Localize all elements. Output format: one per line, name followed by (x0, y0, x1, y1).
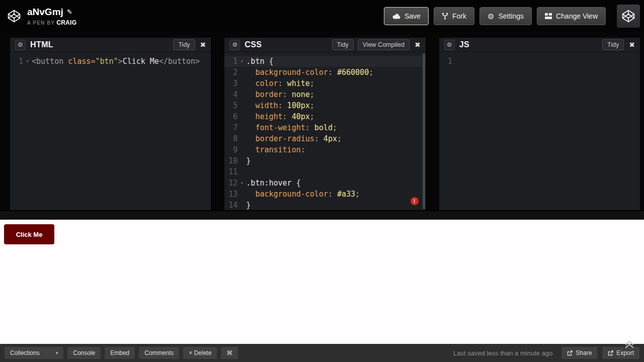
delete-button[interactable]: × Delete (183, 347, 217, 359)
change-view-button-label: Change View (556, 12, 598, 20)
edit-title-icon[interactable]: ✎ (67, 8, 72, 16)
code-line[interactable]: 3 color: white; (224, 78, 425, 89)
code-line[interactable]: 11 (224, 166, 425, 177)
js-tidy-button[interactable]: Tidy (602, 39, 624, 50)
line-number: 1 (439, 56, 452, 67)
code-text: width: 100px; (246, 100, 425, 111)
css-settings-gear-icon[interactable]: ⚙ (229, 40, 240, 50)
byline-prefix: A PEN BY (27, 20, 55, 26)
gear-icon: ⚙ (488, 13, 494, 20)
html-code-area[interactable]: 1▾<button class="btn">Click Me</button> (10, 52, 211, 210)
css-editor-panel: ⚙ CSS Tidy View Compiled ✖ 1▾.btn {2 bac… (224, 38, 425, 210)
collapse-chevrons-icon[interactable] (624, 340, 635, 351)
pen-title: aNvGmj (27, 7, 63, 18)
html-tidy-button[interactable]: Tidy (173, 39, 195, 50)
code-line[interactable]: 1▾<button class="btn">Click Me</button> (10, 56, 211, 67)
line-number: 14 (224, 200, 237, 210)
css-scrollbar[interactable] (423, 53, 425, 209)
code-text (461, 56, 640, 67)
line-number: 10 (224, 155, 237, 166)
code-text: } (246, 155, 425, 166)
fold-gutter (237, 144, 246, 155)
code-line[interactable]: 5 width: 100px; (224, 100, 425, 111)
code-line[interactable]: 7 font-weight: bold; (224, 122, 425, 133)
html-settings-gear-icon[interactable]: ⚙ (15, 40, 26, 50)
code-text: border: none; (246, 89, 425, 100)
line-number: 3 (224, 78, 237, 89)
fork-icon (442, 13, 448, 20)
css-code-area[interactable]: 1▾.btn {2 background-color: #660000;3 co… (224, 52, 425, 210)
code-text: color: white; (246, 78, 425, 89)
user-avatar[interactable] (617, 5, 640, 28)
top-header: aNvGmj ✎ A PEN BYCraig Save (0, 0, 644, 32)
editor-preview-resizer[interactable] (0, 210, 644, 220)
share-button-label: Share (576, 349, 592, 356)
fork-button[interactable]: Fork (434, 7, 474, 25)
codepen-logo-icon[interactable] (7, 9, 21, 23)
line-number: 1 (10, 56, 23, 67)
code-line[interactable]: 1▾.btn { (224, 56, 425, 67)
css-panel-title: CSS (245, 40, 262, 49)
footer-bar: Collections ▾ Console Embed Comments × D… (0, 344, 644, 362)
js-panel-title: JS (459, 40, 469, 49)
code-text: height: 40px; (246, 111, 425, 122)
code-text: } (246, 200, 425, 210)
code-line[interactable]: 14} (224, 200, 425, 210)
code-line[interactable]: 9 transition: (224, 144, 425, 155)
code-text: font-weight: bold; (246, 122, 425, 133)
fold-gutter (237, 200, 246, 210)
settings-button-label: Settings (498, 12, 524, 20)
comments-button[interactable]: Comments (139, 347, 179, 359)
line-number: 9 (224, 144, 237, 155)
line-number: 8 (224, 133, 237, 144)
fold-arrow-icon[interactable]: ▾ (237, 177, 246, 189)
keyboard-shortcuts-button[interactable]: ⌘ (221, 347, 238, 359)
css-view-compiled-button[interactable]: View Compiled (358, 39, 410, 50)
fold-gutter (237, 133, 246, 144)
byline: A PEN BYCraig (27, 19, 76, 26)
code-line[interactable]: 1 (439, 56, 640, 67)
save-button-label: Save (405, 12, 421, 20)
preview-click-me-button[interactable]: Click Me (4, 224, 54, 244)
js-editor-panel: ⚙ JS Tidy ✖ 1 (439, 38, 640, 210)
html-close-icon[interactable]: ✖ (200, 41, 206, 48)
code-line[interactable]: 10} (224, 155, 425, 166)
export-icon (608, 350, 613, 356)
author-name[interactable]: Craig (56, 19, 76, 26)
editors-row: ⚙ HTML Tidy ✖ 1▾<button class="btn">Clic… (0, 32, 644, 210)
line-number: 11 (224, 166, 237, 177)
settings-button[interactable]: ⚙ Settings (479, 7, 532, 25)
share-button[interactable]: Share (561, 347, 597, 359)
code-line[interactable]: 8 border-radius: 4px; (224, 133, 425, 144)
line-number: 2 (224, 67, 237, 78)
fold-gutter (237, 122, 246, 133)
embed-button[interactable]: Embed (105, 347, 135, 359)
css-tidy-button[interactable]: Tidy (332, 39, 354, 50)
collections-label: Collections (10, 349, 40, 356)
js-settings-gear-icon[interactable]: ⚙ (444, 40, 455, 50)
cloud-icon (392, 13, 400, 19)
code-line[interactable]: 4 border: none; (224, 89, 425, 100)
js-close-icon[interactable]: ✖ (629, 41, 635, 48)
css-error-badge[interactable]: ! (411, 197, 419, 205)
pen-title-block: aNvGmj ✎ A PEN BYCraig (27, 7, 76, 26)
code-line[interactable]: 13 background-color: #a33; (224, 189, 425, 200)
js-code-area[interactable]: 1 (439, 52, 640, 210)
line-number: 5 (224, 100, 237, 111)
code-line[interactable]: 2 background-color: #660000; (224, 67, 425, 78)
fold-gutter (237, 100, 246, 111)
save-button[interactable]: Save (384, 7, 429, 25)
fold-arrow-icon[interactable]: ▾ (23, 56, 32, 67)
html-panel-title: HTML (30, 40, 53, 49)
css-close-icon[interactable]: ✖ (415, 41, 421, 48)
code-text: <button class="btn">Click Me</button> (32, 56, 211, 67)
line-number: 1 (224, 56, 237, 67)
line-number: 6 (224, 111, 237, 122)
code-line[interactable]: 12▾.btn:hover { (224, 177, 425, 189)
console-button[interactable]: Console (67, 347, 101, 359)
code-line[interactable]: 6 height: 40px; (224, 111, 425, 122)
change-view-button[interactable]: Change View (537, 7, 606, 25)
collections-dropdown[interactable]: Collections ▾ (5, 347, 63, 359)
fold-arrow-icon[interactable]: ▾ (237, 56, 246, 67)
code-text: background-color: #660000; (246, 67, 425, 78)
